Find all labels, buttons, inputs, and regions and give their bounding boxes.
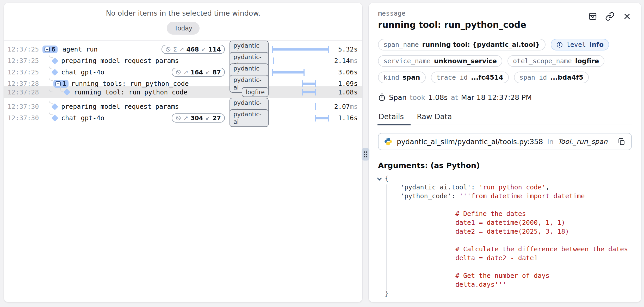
dock-panel-icon[interactable] — [588, 12, 597, 21]
code-segment: # Define the dates — [385, 210, 526, 218]
trace-rows: 12:37:256agent runΣ↗468↙114pydantic-ai5.… — [4, 41, 362, 121]
tree-elbow — [49, 109, 53, 115]
trace-row[interactable]: 12:37:256agent runΣ↗468↙114pydantic-ai5.… — [4, 41, 362, 52]
info-icon — [556, 41, 563, 48]
attribute-key: kind — [383, 74, 399, 81]
attribute-pill-row: span_namerunning tool: {pydantic_ai.tool… — [378, 39, 632, 50]
timeline-bar-cap — [302, 89, 303, 95]
panel-resize-handle[interactable] — [362, 148, 369, 161]
trace-row[interactable]: 12:37:281running tools: run_python_codep… — [4, 75, 362, 86]
trace-row-timestamp: 12:37:25 — [8, 57, 42, 65]
tokens-up-icon: ↗ — [179, 46, 184, 53]
tree-elbow — [49, 63, 53, 69]
code-segment: : — [471, 183, 479, 191]
code-segment: , — [506, 281, 641, 288]
attribute-key: otel_scope_name — [513, 57, 572, 65]
collapse-icon[interactable] — [55, 81, 61, 87]
copy-link-icon[interactable] — [605, 12, 615, 21]
code-segment: : — [451, 192, 459, 200]
collapse-icon[interactable] — [44, 47, 50, 52]
code-line: date1 = datetime(2000, 1, 1) — [378, 218, 632, 227]
attribute-pill-kind[interactable]: kindspan — [378, 72, 426, 83]
span-attributes: span_namerunning tool: {pydantic_ai.tool… — [378, 39, 632, 83]
attribute-value: ...fc4514 — [471, 74, 503, 81]
detail-header-actions — [588, 12, 632, 21]
code-segment: delta = date2 - date1 — [385, 254, 538, 262]
tab-raw-data[interactable]: Raw Data — [416, 111, 453, 125]
attribute-pill-level[interactable]: levelInfo — [551, 39, 609, 50]
scope-badge[interactable]: pydantic-ai — [230, 109, 269, 127]
timeline-bar-cap — [315, 89, 316, 95]
today-button[interactable]: Today — [167, 22, 199, 35]
trace-row-duration: 2.07ms — [334, 103, 358, 110]
timeline-bar-cap — [272, 46, 273, 53]
code-segment: # Calculate the difference between the d… — [385, 245, 628, 253]
trace-row-label: running tool: run_python_code — [74, 88, 188, 96]
timeline-bar-cap — [315, 80, 316, 87]
detail-tabs: DetailsRaw Data — [378, 111, 632, 125]
span-title: running tool: run_python_code — [378, 20, 632, 30]
tree-elbow — [60, 86, 64, 92]
code-line: delta = date2 - date1 — [378, 254, 632, 263]
timing-word: at — [451, 93, 458, 101]
code-line: # Get the number of days — [378, 271, 632, 280]
attribute-key: service_name — [383, 57, 431, 65]
tokens-down-icon: ↙ — [201, 46, 206, 53]
tokens-out: 87 — [213, 69, 221, 76]
timeline-bar — [302, 82, 315, 85]
attribute-key: level — [566, 41, 586, 48]
tree-elbow — [49, 52, 53, 58]
trace-row-timestamp: 12:37:28 — [8, 88, 42, 96]
copy-path-icon[interactable] — [617, 137, 626, 146]
code-line — [378, 236, 632, 245]
trace-row[interactable]: 12:37:30preparing model request paramspy… — [4, 98, 362, 109]
attribute-pill-span_id[interactable]: span_id...bda4f5 — [514, 72, 589, 83]
attribute-key: span_id — [519, 74, 547, 81]
attribute-pill-service_name[interactable]: service_nameunknown_service — [378, 55, 502, 67]
timing-word: Span — [389, 93, 407, 101]
tree-elbow — [49, 86, 53, 92]
trace-row-name: chat gpt-4o — [42, 109, 172, 127]
attribute-pill-otel_scope_name[interactable]: otel_scope_namelogfire — [507, 55, 604, 67]
code-segment: delta.days''' — [385, 281, 506, 288]
code-line — [378, 263, 632, 271]
timeline-bar — [273, 71, 304, 73]
code-segment — [385, 192, 400, 200]
timeline-bar-cap — [272, 69, 273, 76]
trace-row-timestamp: 12:37:25 — [8, 46, 42, 53]
source-location[interactable]: pydantic_ai_slim/pydantic_ai/tools.py:35… — [378, 133, 632, 150]
trace-row[interactable]: 12:37:25preparing model request paramspy… — [4, 52, 362, 63]
timeline-bar-cap — [302, 80, 303, 87]
span-diamond-icon — [63, 89, 70, 96]
attribute-value: unknown_service — [434, 57, 497, 65]
token-coin-icon — [165, 47, 171, 52]
attribute-value: span — [402, 74, 420, 81]
collapse-chevron-icon[interactable] — [377, 176, 381, 180]
source-connector: in — [547, 138, 554, 146]
attribute-pill-span_name[interactable]: span_namerunning tool: {pydantic_ai.tool… — [378, 39, 546, 50]
duration-timeline — [273, 109, 329, 127]
attribute-key: span_name — [383, 41, 419, 48]
timing-duration: 1.08s — [428, 93, 448, 101]
code-line: { — [378, 174, 632, 183]
trace-list-panel: No older items in the selected time wind… — [4, 3, 363, 302]
tokens-in: 468 — [187, 46, 199, 53]
attribute-pill-trace_id[interactable]: trace_id...fc4514 — [431, 72, 509, 83]
tokens-in: 304 — [191, 115, 203, 121]
tab-details[interactable]: Details — [378, 111, 404, 125]
trace-row-timestamp: 12:37:30 — [8, 103, 42, 110]
trace-row-duration: 5.32s — [338, 46, 358, 53]
tree-elbow — [49, 98, 53, 104]
code-line — [378, 201, 632, 209]
timing-word: took — [410, 93, 425, 101]
trace-row[interactable]: 12:37:28running tool: run_python_codelog… — [4, 86, 362, 98]
close-icon[interactable] — [622, 12, 632, 21]
trace-row-timestamp: 12:37:25 — [8, 68, 42, 76]
child-count: 6 — [52, 46, 55, 53]
sigma-icon: Σ — [173, 46, 177, 53]
attribute-value: running tool: {pydantic_ai.tool} — [422, 41, 540, 48]
scope-badge[interactable]: logfire — [242, 87, 269, 97]
tree-elbow — [49, 75, 53, 81]
token-coin-icon — [176, 69, 181, 75]
stopwatch-icon — [378, 93, 386, 101]
